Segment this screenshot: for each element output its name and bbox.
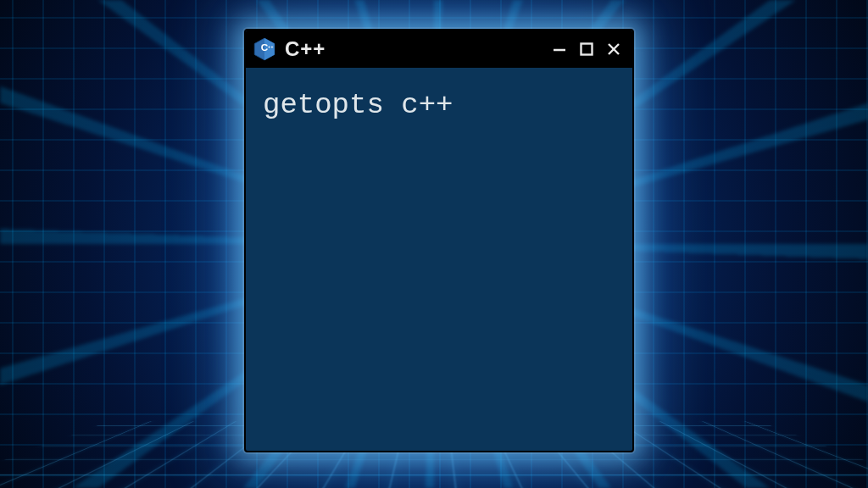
minimize-button[interactable] [549, 39, 570, 59]
titlebar[interactable]: C + + C++ [246, 30, 632, 68]
window-controls [549, 39, 624, 59]
terminal-content[interactable]: getopts c++ [246, 68, 632, 451]
svg-rect-6 [581, 44, 593, 55]
svg-text:C: C [261, 42, 269, 53]
close-button[interactable] [604, 39, 624, 59]
window-title: C++ [285, 37, 541, 61]
maximize-button[interactable] [576, 39, 597, 59]
svg-text:+: + [270, 44, 273, 49]
svg-text:+: + [268, 44, 270, 49]
cpp-logo-icon: C + + [253, 37, 276, 61]
app-window: C + + C++ getopts c++ [244, 29, 634, 452]
